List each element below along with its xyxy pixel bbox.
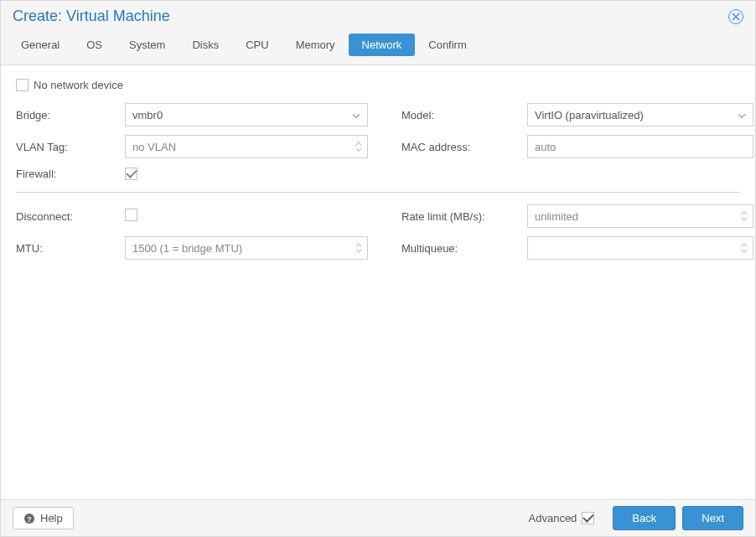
tab-confirm[interactable]: Confirm [415,34,480,56]
bridge-label: Bridge: [16,109,125,121]
mac-input[interactable]: auto [527,135,753,158]
dialog-footer: ? Help Advanced Back Next [1,499,755,536]
tab-disks[interactable]: Disks [179,34,232,56]
back-button[interactable]: Back [613,506,676,530]
network-panel: No network device Bridge: vmbr0 Model: V… [1,65,755,487]
mac-label: MAC address: [401,141,527,153]
firewall-checkbox[interactable] [125,168,137,180]
tab-memory[interactable]: Memory [282,34,349,56]
no-network-checkbox[interactable] [16,79,28,91]
bridge-value: vmbr0 [132,109,163,121]
next-button[interactable]: Next [682,506,743,530]
vlan-placeholder: no VLAN [132,141,176,153]
help-button[interactable]: ? Help [13,507,74,529]
help-icon: ? [23,513,35,524]
model-select[interactable]: VirtIO (paravirtualized) [527,103,753,127]
tab-cpu[interactable]: CPU [232,34,282,56]
mac-placeholder: auto [535,141,556,153]
bridge-select[interactable]: vmbr0 [125,103,368,127]
spinner-icon [355,243,362,254]
help-label: Help [40,512,63,524]
rate-label: Rate limit (MB/s): [401,210,527,223]
tab-general[interactable]: General [8,34,73,56]
vlan-label: VLAN Tag: [16,141,125,153]
model-label: Model: [401,109,527,121]
mtu-input[interactable]: 1500 (1 = bridge MTU) [125,236,368,260]
advanced-label: Advanced [529,512,577,524]
firewall-label: Firewall: [16,168,125,180]
no-network-label: No network device [34,79,123,91]
close-icon [732,13,740,21]
mtu-label: MTU: [16,242,125,255]
spinner-icon [741,211,748,222]
vlan-input[interactable]: no VLAN [125,135,368,158]
chevron-down-icon [738,109,746,121]
close-button[interactable] [728,9,743,24]
tab-system[interactable]: System [116,34,179,56]
spinner-icon [741,243,748,254]
rate-placeholder: unlimited [535,210,578,223]
svg-text:?: ? [27,514,32,523]
spinner-icon [355,142,362,152]
disconnect-checkbox[interactable] [125,209,137,221]
mq-input[interactable] [527,236,753,260]
mtu-placeholder: 1500 (1 = bridge MTU) [132,242,242,255]
chevron-down-icon [352,109,360,121]
divider [16,192,740,193]
disconnect-label: Disconnect: [16,210,125,223]
tab-os[interactable]: OS [73,34,116,56]
dialog-title: Create: Virtual Machine [13,8,170,25]
model-value: VirtIO (paravirtualized) [535,109,644,121]
mq-label: Multiqueue: [401,242,527,255]
wizard-tabs: General OS System Disks CPU Memory Netwo… [1,28,755,65]
tab-network[interactable]: Network [349,34,416,56]
advanced-checkbox[interactable] [582,512,594,524]
rate-input[interactable]: unlimited [527,204,753,228]
